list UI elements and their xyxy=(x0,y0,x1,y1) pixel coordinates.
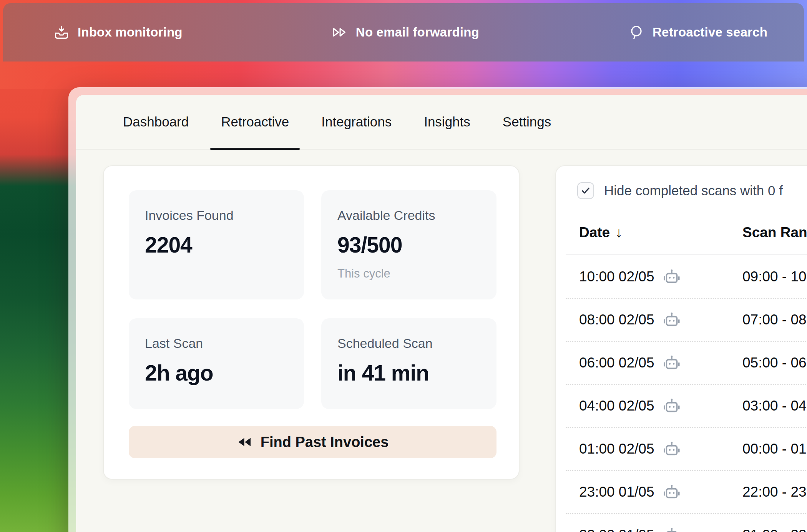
stat-value: 93/500 xyxy=(337,233,480,257)
app-surface: Dashboard Retroactive Integrations Insig… xyxy=(76,95,807,532)
stat-subtext: This cycle xyxy=(337,267,480,281)
bot-icon xyxy=(663,311,681,329)
sort-descending-arrow-icon: ↓ xyxy=(615,224,623,241)
scan-range: 07:00 - 08:00 xyxy=(742,312,807,328)
scan-row[interactable]: 22:00 01/05 21:00 - 22:00 xyxy=(556,514,807,532)
column-header-date-label: Date xyxy=(579,224,610,241)
stat-available-credits: Available Credits 93/500 This cycle xyxy=(321,190,496,299)
scan-date: 10:00 02/05 xyxy=(579,269,654,285)
bot-icon xyxy=(663,354,681,372)
scan-table-header: Date ↓ Scan Range xyxy=(556,224,807,247)
scan-date: 08:00 02/05 xyxy=(579,312,654,328)
scan-date: 22:00 01/05 xyxy=(579,527,654,532)
column-header-date[interactable]: Date ↓ xyxy=(579,224,623,241)
hide-completed-label: Hide completed scans with 0 f xyxy=(604,183,783,198)
bot-icon xyxy=(663,526,681,532)
banner-label: No email forwarding xyxy=(356,25,479,40)
scan-history-card: Hide completed scans with 0 f Date ↓ Sca… xyxy=(555,165,807,532)
stat-invoices-found: Invoices Found 2204 xyxy=(129,190,304,299)
tab-bar: Dashboard Retroactive Integrations Insig… xyxy=(76,95,807,150)
scan-date: 06:00 02/05 xyxy=(579,355,654,371)
bot-icon xyxy=(663,483,681,501)
column-header-scan-range: Scan Range xyxy=(742,224,807,241)
scan-table-body: 10:00 02/05 09:00 - 10:00 08:00 02/05 xyxy=(556,255,807,532)
scan-range: 03:00 - 04:00 xyxy=(742,398,807,414)
scan-row[interactable]: 10:00 02/05 09:00 - 10:00 xyxy=(556,255,807,298)
scan-range: 09:00 - 10:00 xyxy=(742,269,807,285)
scan-date: 04:00 02/05 xyxy=(579,398,654,414)
app-window: Dashboard Retroactive Integrations Insig… xyxy=(68,87,807,532)
fast-forward-icon xyxy=(331,24,348,41)
search-icon xyxy=(628,24,645,41)
hide-completed-filter[interactable]: Hide completed scans with 0 f xyxy=(577,181,783,200)
stat-value: in 41 min xyxy=(337,361,480,385)
tab-settings[interactable]: Settings xyxy=(503,95,551,149)
bot-icon xyxy=(663,268,681,286)
banner-item-inbox-monitoring: Inbox monitoring xyxy=(53,24,183,41)
scan-row[interactable]: 08:00 02/05 07:00 - 08:00 xyxy=(556,298,807,341)
tab-insights[interactable]: Insights xyxy=(424,95,470,149)
stat-value: 2204 xyxy=(145,233,288,257)
scan-range: 21:00 - 22:00 xyxy=(742,527,807,532)
stat-scheduled-scan: Scheduled Scan in 41 min xyxy=(321,318,496,409)
feature-banner: Inbox monitoring No email forwarding Ret… xyxy=(3,3,804,62)
scan-range: 05:00 - 06:00 xyxy=(742,355,807,371)
banner-label: Retroactive search xyxy=(653,25,767,40)
bot-icon xyxy=(663,440,681,458)
scan-row[interactable]: 01:00 02/05 00:00 - 01:00 xyxy=(556,427,807,470)
banner-item-no-email-forwarding: No email forwarding xyxy=(331,24,479,41)
scan-range: 00:00 - 01:00 xyxy=(742,441,807,457)
tab-retroactive[interactable]: Retroactive xyxy=(221,95,289,149)
scan-row[interactable]: 06:00 02/05 05:00 - 06:00 xyxy=(556,341,807,384)
rewind-icon xyxy=(237,434,252,450)
hide-completed-checkbox[interactable] xyxy=(577,182,594,199)
banner-label: Inbox monitoring xyxy=(78,25,183,40)
scan-stats-card: Invoices Found 2204 Available Credits 93… xyxy=(103,165,520,480)
scan-date: 23:00 01/05 xyxy=(579,484,654,500)
scan-row[interactable]: 23:00 01/05 22:00 - 23:00 xyxy=(556,470,807,514)
desktop: Inbox monitoring No email forwarding Ret… xyxy=(0,0,807,532)
stat-label: Available Credits xyxy=(337,207,480,223)
tab-integrations[interactable]: Integrations xyxy=(321,95,392,149)
find-past-invoices-button[interactable]: Find Past Invoices xyxy=(129,426,496,458)
banner-item-retroactive-search: Retroactive search xyxy=(628,24,767,41)
stat-value: 2h ago xyxy=(145,361,288,385)
tab-dashboard[interactable]: Dashboard xyxy=(123,95,189,149)
inbox-arrow-down-icon xyxy=(53,24,70,41)
stat-last-scan: Last Scan 2h ago xyxy=(129,318,304,409)
stat-label: Last Scan xyxy=(145,335,288,351)
scan-date: 01:00 02/05 xyxy=(579,441,654,457)
scan-range: 22:00 - 23:00 xyxy=(742,484,807,500)
find-past-invoices-label: Find Past Invoices xyxy=(261,434,389,451)
bot-icon xyxy=(663,397,681,415)
scan-row[interactable]: 04:00 02/05 03:00 - 04:00 xyxy=(556,384,807,427)
stat-label: Invoices Found xyxy=(145,207,288,223)
stat-label: Scheduled Scan xyxy=(337,335,480,351)
checkmark-icon xyxy=(580,185,591,196)
